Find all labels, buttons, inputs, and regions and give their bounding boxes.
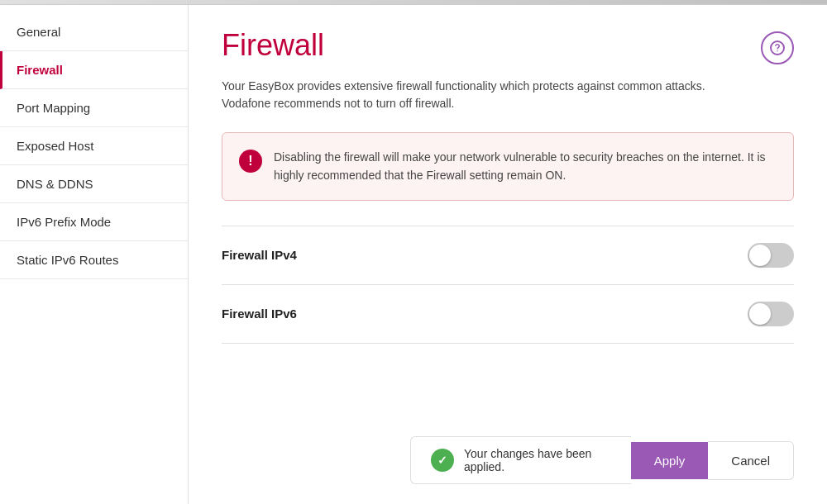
warning-box: ! Disabling the firewall will make your …: [222, 132, 794, 201]
sidebar-item-exposed-host[interactable]: Exposed Host: [0, 127, 188, 165]
firewall-ipv4-label: Firewall IPv4: [222, 248, 297, 262]
sidebar: General Firewall Port Mapping Exposed Ho…: [0, 5, 189, 504]
notification-area: Your changes have been applied. Apply Ca…: [410, 436, 794, 484]
sidebar-item-ipv6-prefix-mode[interactable]: IPv6 Prefix Mode: [0, 203, 188, 241]
main-content: Firewall Your EasyBox provides extensive…: [189, 5, 827, 504]
warning-text: Disabling the firewall will make your ne…: [274, 148, 777, 185]
apply-button[interactable]: Apply: [631, 442, 709, 479]
cancel-button[interactable]: Cancel: [708, 441, 794, 480]
warning-icon: !: [239, 150, 262, 173]
help-button[interactable]: [761, 31, 794, 64]
page-header: Firewall: [222, 28, 794, 64]
firewall-ipv6-label: Firewall IPv6: [222, 307, 297, 321]
sidebar-item-firewall[interactable]: Firewall: [0, 51, 188, 89]
sidebar-item-static-ipv6-routes[interactable]: Static IPv6 Routes: [0, 241, 188, 279]
bottom-bar: Your changes have been applied. Apply Ca…: [377, 436, 827, 484]
success-icon: [431, 449, 454, 472]
sidebar-item-general[interactable]: General: [0, 13, 188, 51]
sidebar-item-port-mapping[interactable]: Port Mapping: [0, 89, 188, 127]
firewall-ipv4-toggle[interactable]: [748, 243, 794, 268]
success-message: Your changes have been applied.: [410, 436, 631, 484]
firewall-ipv6-row: Firewall IPv6: [222, 285, 794, 344]
firewall-ipv6-toggle[interactable]: [748, 302, 794, 326]
page-title: Firewall: [222, 28, 324, 63]
sidebar-item-dns-ddns[interactable]: DNS & DDNS: [0, 165, 188, 203]
help-icon: [770, 40, 785, 55]
page-description: Your EasyBox provides extensive firewall…: [222, 78, 794, 112]
toggle-section: Firewall IPv4 Firewall IPv6: [222, 226, 794, 344]
layout: General Firewall Port Mapping Exposed Ho…: [0, 5, 827, 504]
success-text: Your changes have been applied.: [464, 447, 611, 473]
firewall-ipv4-row: Firewall IPv4: [222, 226, 794, 285]
